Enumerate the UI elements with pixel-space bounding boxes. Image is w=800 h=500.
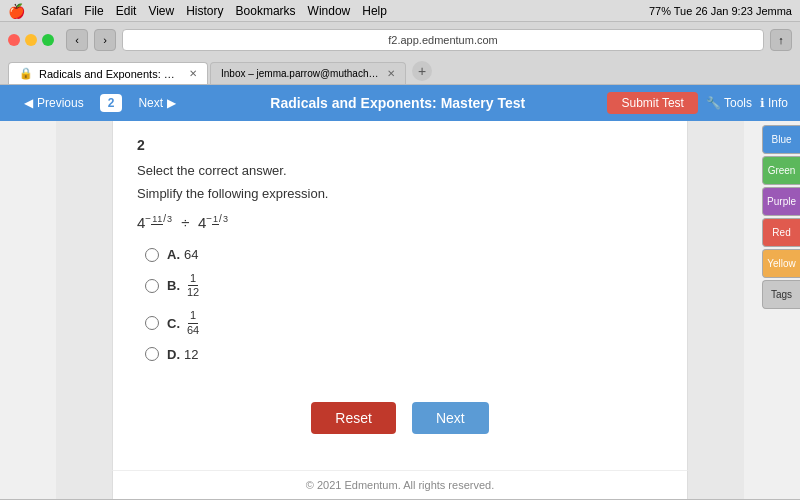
apple-menu[interactable]: 🍎 — [8, 3, 25, 19]
minimize-button[interactable] — [25, 34, 37, 46]
option-c-value: 1 64 — [185, 309, 201, 336]
traffic-lights — [8, 34, 54, 46]
option-b-radio[interactable] — [145, 279, 159, 293]
sidebar-tab-tags[interactable]: Tags — [762, 280, 800, 309]
submit-button[interactable]: Submit Test — [607, 92, 697, 114]
menu-bar: 🍎 Safari File Edit View History Bookmark… — [0, 0, 800, 22]
tab-bar: 🔒 Radicals and Exponents: Mastery Test ✕… — [0, 58, 800, 84]
browser-toolbar: ‹ › f2.app.edmentum.com ↑ — [0, 22, 800, 58]
menu-help[interactable]: Help — [362, 4, 387, 18]
sidebar-tabs: Blue Green Purple Red Yellow Tags — [762, 121, 800, 313]
option-d-value: 12 — [184, 347, 198, 362]
action-buttons: Reset Next — [137, 402, 663, 454]
menu-history[interactable]: History — [186, 4, 223, 18]
inactive-tab[interactable]: Inbox – jemma.parrow@muthachools.com – F… — [210, 62, 406, 84]
main-content: 2 Select the correct answer. Simplify th… — [112, 121, 688, 470]
option-b: B. 1 12 — [145, 272, 663, 299]
menu-bar-left: 🍎 Safari File Edit View History Bookmark… — [8, 3, 387, 19]
back-button[interactable]: ‹ — [66, 29, 88, 51]
option-b-value: 1 12 — [185, 272, 201, 299]
menu-window[interactable]: Window — [308, 4, 351, 18]
address-text: f2.app.edmentum.com — [388, 34, 497, 46]
next-nav-button[interactable]: Next ▶ — [126, 89, 188, 117]
option-a-radio[interactable] — [145, 248, 159, 262]
menu-bar-right: 77% Tue 26 Jan 9:23 Jemma — [649, 5, 792, 17]
question-number: 2 — [137, 137, 663, 153]
sidebar-tab-blue[interactable]: Blue — [762, 125, 800, 154]
next-button[interactable]: Next — [412, 402, 489, 434]
menu-safari[interactable]: Safari — [41, 4, 72, 18]
question-text: Simplify the following expression. — [137, 186, 663, 201]
close-button[interactable] — [8, 34, 20, 46]
footer: © 2021 Edmentum. All rights reserved. — [112, 470, 688, 499]
option-a-letter: A. — [167, 247, 180, 262]
app-title: Radicals and Exponents: Mastery Test — [188, 95, 607, 111]
exponent-1: −11/3 — [145, 213, 173, 224]
info-button[interactable]: ℹ Info — [760, 96, 788, 110]
tab2-close-icon[interactable]: ✕ — [387, 68, 395, 79]
app-toolbar: ◀ Previous 2 Next ▶ Radicals and Exponen… — [0, 85, 800, 121]
option-d-radio[interactable] — [145, 347, 159, 361]
menu-view[interactable]: View — [148, 4, 174, 18]
right-margin: Blue Green Purple Red Yellow Tags — [744, 121, 800, 499]
tools-icon: 🔧 — [706, 96, 721, 110]
option-b-letter: B. — [167, 278, 180, 293]
address-bar[interactable]: f2.app.edmentum.com — [122, 29, 764, 51]
fullscreen-button[interactable] — [42, 34, 54, 46]
footer-text: © 2021 Edmentum. All rights reserved. — [306, 479, 494, 491]
question-counter: 2 — [100, 94, 123, 112]
option-c-label[interactable]: C. 1 64 — [167, 309, 202, 336]
sidebar-tab-green[interactable]: Green — [762, 156, 800, 185]
tab-favicon: 🔒 — [19, 67, 33, 80]
option-d: D. 12 — [145, 347, 663, 362]
system-status: 77% Tue 26 Jan 9:23 Jemma — [649, 5, 792, 17]
menu-bookmarks[interactable]: Bookmarks — [236, 4, 296, 18]
browser-chrome: ‹ › f2.app.edmentum.com ↑ 🔒 Radicals and… — [0, 22, 800, 85]
sidebar-tab-purple[interactable]: Purple — [762, 187, 800, 216]
left-margin — [0, 121, 56, 499]
sidebar-tab-yellow[interactable]: Yellow — [762, 249, 800, 278]
info-icon: ℹ — [760, 96, 765, 110]
option-d-letter: D. — [167, 347, 180, 362]
answer-options: A. 64 B. 1 12 — [145, 247, 663, 362]
option-c-radio[interactable] — [145, 316, 159, 330]
menu-file[interactable]: File — [84, 4, 103, 18]
toolbar-right: Submit Test 🔧 Tools ℹ Info — [607, 92, 788, 114]
new-tab-button[interactable]: + — [412, 61, 432, 81]
exponent-2: −1/3 — [206, 213, 229, 224]
tab-title: Radicals and Exponents: Mastery Test — [39, 68, 183, 80]
math-expression: 4−11/3 ÷ 4−1/3 — [137, 213, 663, 231]
previous-button[interactable]: ◀ Previous — [12, 89, 96, 117]
option-a: A. 64 — [145, 247, 663, 262]
chevron-right-icon: ▶ — [167, 96, 176, 110]
chevron-left-icon: ◀ — [24, 96, 33, 110]
option-a-value: 64 — [184, 247, 198, 262]
question-instruction: Select the correct answer. — [137, 163, 663, 178]
share-button[interactable]: ↑ — [770, 29, 792, 51]
active-tab[interactable]: 🔒 Radicals and Exponents: Mastery Test ✕ — [8, 62, 208, 84]
tools-button[interactable]: 🔧 Tools — [706, 96, 752, 110]
option-b-label[interactable]: B. 1 12 — [167, 272, 202, 299]
option-a-label[interactable]: A. 64 — [167, 247, 198, 262]
reset-button[interactable]: Reset — [311, 402, 396, 434]
tab2-title: Inbox – jemma.parrow@muthachools.com – F… — [221, 68, 381, 79]
forward-button[interactable]: › — [94, 29, 116, 51]
tab-close-icon[interactable]: ✕ — [189, 68, 197, 79]
option-c: C. 1 64 — [145, 309, 663, 336]
option-c-letter: C. — [167, 316, 180, 331]
option-d-label[interactable]: D. 12 — [167, 347, 198, 362]
menu-edit[interactable]: Edit — [116, 4, 137, 18]
sidebar-tab-red[interactable]: Red — [762, 218, 800, 247]
